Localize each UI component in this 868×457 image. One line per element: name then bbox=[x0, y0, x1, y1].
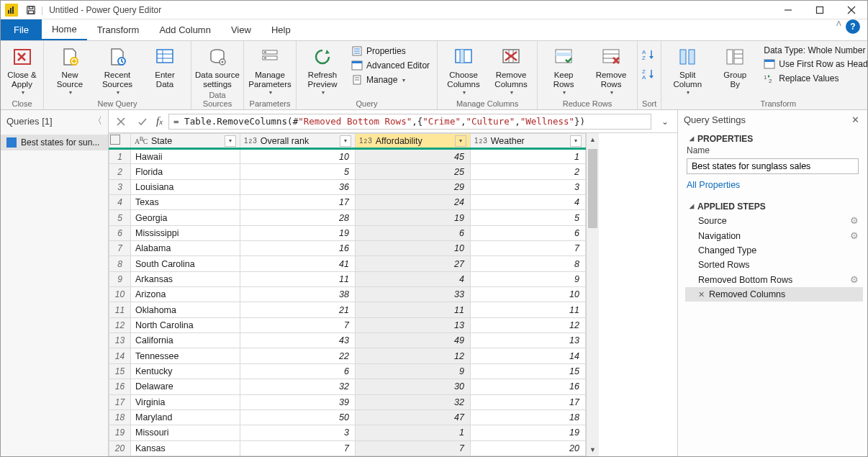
applied-step[interactable]: Navigation⚙ bbox=[685, 228, 863, 243]
row-number[interactable]: 5 bbox=[109, 210, 131, 225]
row-number[interactable]: 14 bbox=[109, 348, 131, 363]
row-number[interactable]: 2 bbox=[109, 164, 131, 179]
cell-affordability[interactable]: 47 bbox=[356, 410, 471, 425]
delete-step-icon[interactable]: ✕ bbox=[698, 290, 705, 299]
cell-weather[interactable]: 3 bbox=[471, 179, 586, 194]
cell-weather[interactable]: 19 bbox=[471, 425, 586, 440]
cell-weather[interactable]: 15 bbox=[471, 363, 586, 379]
remove-rows-button[interactable]: Remove Rows bbox=[589, 42, 633, 96]
first-row-headers-button[interactable]: Use First Row as Headers bbox=[761, 58, 868, 71]
all-properties-link[interactable]: All Properties bbox=[678, 178, 867, 197]
table-row[interactable]: 9Arkansas1149 bbox=[109, 271, 586, 286]
cell-weather[interactable]: 18 bbox=[471, 410, 586, 425]
cell-state[interactable]: California bbox=[131, 333, 240, 348]
cell-rank[interactable]: 21 bbox=[240, 302, 356, 317]
cell-weather[interactable]: 7 bbox=[471, 241, 586, 256]
formula-cancel-button[interactable] bbox=[113, 114, 129, 130]
help-button[interactable]: ? bbox=[846, 19, 860, 34]
cell-rank[interactable]: 39 bbox=[240, 394, 356, 410]
row-number[interactable]: 8 bbox=[109, 256, 131, 271]
query-settings-close-button[interactable]: ✕ bbox=[849, 114, 862, 125]
vertical-scrollbar[interactable]: ▲ ▼ bbox=[586, 133, 599, 456]
cell-state[interactable]: Hawaii bbox=[131, 149, 240, 164]
cell-rank[interactable]: 7 bbox=[240, 440, 356, 456]
column-filter-rank[interactable]: ▾ bbox=[340, 135, 351, 147]
cell-weather[interactable]: 12 bbox=[471, 317, 586, 332]
column-header-weather[interactable]: 123Weather▾ bbox=[471, 134, 586, 149]
properties-button[interactable]: Properties bbox=[348, 45, 433, 58]
cell-weather[interactable]: 1 bbox=[471, 149, 586, 164]
cell-state[interactable]: Alabama bbox=[131, 241, 240, 256]
cell-affordability[interactable]: 33 bbox=[356, 287, 471, 302]
table-row[interactable]: 4Texas17244 bbox=[109, 195, 586, 210]
row-number[interactable]: 1 bbox=[109, 149, 131, 164]
column-filter-affordability[interactable]: ▾ bbox=[455, 135, 466, 147]
scroll-thumb[interactable] bbox=[588, 149, 597, 228]
cell-affordability[interactable]: 24 bbox=[356, 195, 471, 210]
applied-step[interactable]: Changed Type bbox=[685, 243, 863, 258]
table-row[interactable]: 6Mississippi1966 bbox=[109, 225, 586, 240]
manage-button[interactable]: Manage bbox=[348, 73, 433, 86]
table-row[interactable]: 12North Carolina71312 bbox=[109, 317, 586, 332]
remove-columns-button[interactable]: Remove Columns bbox=[489, 42, 533, 96]
window-maximize-button[interactable] bbox=[804, 1, 836, 19]
cell-rank[interactable]: 28 bbox=[240, 210, 356, 225]
gear-icon[interactable]: ⚙ bbox=[850, 215, 859, 226]
close-and-apply-button[interactable]: Close & Apply bbox=[5, 42, 39, 96]
scroll-up-button[interactable]: ▲ bbox=[587, 133, 599, 146]
row-number[interactable]: 7 bbox=[109, 241, 131, 256]
ribbon-collapse-button[interactable]: ᐱ bbox=[836, 19, 841, 40]
column-header-affordability[interactable]: 123Affordability▾ bbox=[356, 134, 471, 149]
cell-rank[interactable]: 17 bbox=[240, 195, 356, 210]
cell-affordability[interactable]: 6 bbox=[356, 225, 471, 240]
table-row[interactable]: 16Delaware323016 bbox=[109, 379, 586, 394]
qat-save-button[interactable] bbox=[21, 1, 41, 19]
row-number[interactable]: 10 bbox=[109, 287, 131, 302]
formula-input[interactable]: = Table.RemoveColumns(#"Removed Bottom R… bbox=[168, 114, 651, 130]
cell-rank[interactable]: 38 bbox=[240, 287, 356, 302]
cell-state[interactable]: Kentucky bbox=[131, 363, 240, 379]
row-number[interactable]: 6 bbox=[109, 225, 131, 240]
table-row[interactable]: 20Kansas7720 bbox=[109, 440, 586, 456]
cell-state[interactable]: Delaware bbox=[131, 379, 240, 394]
query-item[interactable]: Best states for sun... bbox=[1, 135, 108, 150]
cell-state[interactable]: Texas bbox=[131, 195, 240, 210]
cell-rank[interactable]: 7 bbox=[240, 317, 356, 332]
tab-home[interactable]: Home bbox=[42, 19, 87, 40]
row-number[interactable]: 11 bbox=[109, 302, 131, 317]
cell-state[interactable]: Virginia bbox=[131, 394, 240, 410]
group-by-button[interactable]: Group By bbox=[713, 42, 756, 89]
row-number[interactable]: 20 bbox=[109, 440, 131, 456]
cell-rank[interactable]: 50 bbox=[240, 410, 356, 425]
row-number[interactable]: 15 bbox=[109, 363, 131, 379]
refresh-preview-button[interactable]: Refresh Preview bbox=[301, 42, 344, 96]
cell-state[interactable]: Arkansas bbox=[131, 271, 240, 286]
table-row[interactable]: 17Virginia393217 bbox=[109, 394, 586, 410]
tab-help[interactable]: Help bbox=[261, 19, 301, 40]
column-filter-state[interactable]: ▾ bbox=[225, 135, 236, 147]
cell-affordability[interactable]: 12 bbox=[356, 348, 471, 363]
cell-state[interactable]: Kansas bbox=[131, 440, 240, 456]
applied-step[interactable]: ✕Removed Columns bbox=[685, 287, 863, 302]
recent-sources-button[interactable]: Recent Sources bbox=[96, 42, 139, 96]
cell-rank[interactable]: 11 bbox=[240, 271, 356, 286]
sort-asc-button[interactable]: AZ bbox=[642, 48, 656, 63]
cell-affordability[interactable]: 30 bbox=[356, 379, 471, 394]
applied-step[interactable]: Source⚙ bbox=[685, 213, 863, 228]
data-type-button[interactable]: Data Type: Whole Number bbox=[761, 45, 868, 56]
cell-affordability[interactable]: 1 bbox=[356, 425, 471, 440]
cell-rank[interactable]: 3 bbox=[240, 425, 356, 440]
row-number[interactable]: 18 bbox=[109, 410, 131, 425]
cell-state[interactable]: North Carolina bbox=[131, 317, 240, 332]
tab-file[interactable]: File bbox=[1, 19, 42, 40]
cell-rank[interactable]: 19 bbox=[240, 225, 356, 240]
cell-affordability[interactable]: 7 bbox=[356, 440, 471, 456]
data-source-settings-button[interactable]: Data source settings bbox=[196, 42, 239, 89]
row-number[interactable]: 9 bbox=[109, 271, 131, 286]
table-row[interactable]: 7Alabama16107 bbox=[109, 241, 586, 256]
row-number[interactable]: 17 bbox=[109, 394, 131, 410]
scroll-down-button[interactable]: ▼ bbox=[587, 443, 599, 456]
table-row[interactable]: 8South Carolina41278 bbox=[109, 256, 586, 271]
gear-icon[interactable]: ⚙ bbox=[850, 230, 859, 241]
row-number[interactable]: 16 bbox=[109, 379, 131, 394]
